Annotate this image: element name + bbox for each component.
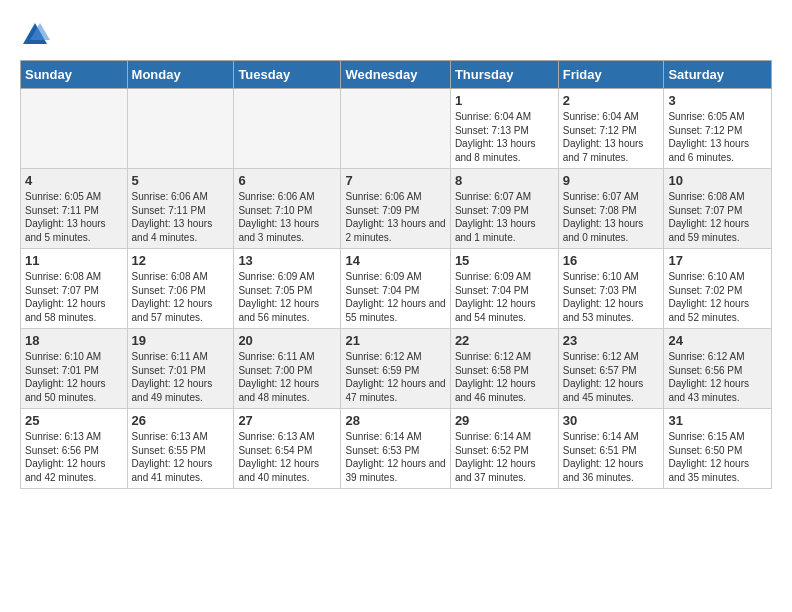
day-number: 22 xyxy=(455,333,554,348)
calendar-day-cell: 3Sunrise: 6:05 AM Sunset: 7:12 PM Daylig… xyxy=(664,89,772,169)
day-info: Sunrise: 6:08 AM Sunset: 7:07 PM Dayligh… xyxy=(25,270,123,324)
calendar-week-row: 1Sunrise: 6:04 AM Sunset: 7:13 PM Daylig… xyxy=(21,89,772,169)
day-info: Sunrise: 6:10 AM Sunset: 7:03 PM Dayligh… xyxy=(563,270,660,324)
day-number: 31 xyxy=(668,413,767,428)
day-number: 16 xyxy=(563,253,660,268)
weekday-header-row: SundayMondayTuesdayWednesdayThursdayFrid… xyxy=(21,61,772,89)
day-number: 9 xyxy=(563,173,660,188)
calendar-day-cell: 24Sunrise: 6:12 AM Sunset: 6:56 PM Dayli… xyxy=(664,329,772,409)
day-number: 7 xyxy=(345,173,445,188)
calendar-day-cell: 9Sunrise: 6:07 AM Sunset: 7:08 PM Daylig… xyxy=(558,169,664,249)
day-info: Sunrise: 6:14 AM Sunset: 6:52 PM Dayligh… xyxy=(455,430,554,484)
day-info: Sunrise: 6:09 AM Sunset: 7:05 PM Dayligh… xyxy=(238,270,336,324)
calendar-day-cell: 23Sunrise: 6:12 AM Sunset: 6:57 PM Dayli… xyxy=(558,329,664,409)
day-number: 8 xyxy=(455,173,554,188)
calendar-day-cell: 25Sunrise: 6:13 AM Sunset: 6:56 PM Dayli… xyxy=(21,409,128,489)
day-number: 13 xyxy=(238,253,336,268)
calendar-table: SundayMondayTuesdayWednesdayThursdayFrid… xyxy=(20,60,772,489)
day-number: 27 xyxy=(238,413,336,428)
day-number: 26 xyxy=(132,413,230,428)
day-number: 29 xyxy=(455,413,554,428)
day-info: Sunrise: 6:13 AM Sunset: 6:54 PM Dayligh… xyxy=(238,430,336,484)
day-number: 25 xyxy=(25,413,123,428)
calendar-week-row: 11Sunrise: 6:08 AM Sunset: 7:07 PM Dayli… xyxy=(21,249,772,329)
calendar-day-cell: 18Sunrise: 6:10 AM Sunset: 7:01 PM Dayli… xyxy=(21,329,128,409)
day-number: 12 xyxy=(132,253,230,268)
day-info: Sunrise: 6:08 AM Sunset: 7:07 PM Dayligh… xyxy=(668,190,767,244)
day-number: 11 xyxy=(25,253,123,268)
weekday-header-sunday: Sunday xyxy=(21,61,128,89)
day-info: Sunrise: 6:10 AM Sunset: 7:01 PM Dayligh… xyxy=(25,350,123,404)
day-number: 1 xyxy=(455,93,554,108)
calendar-day-cell: 15Sunrise: 6:09 AM Sunset: 7:04 PM Dayli… xyxy=(450,249,558,329)
day-number: 23 xyxy=(563,333,660,348)
day-number: 5 xyxy=(132,173,230,188)
logo-icon xyxy=(20,20,50,50)
day-number: 10 xyxy=(668,173,767,188)
day-info: Sunrise: 6:06 AM Sunset: 7:11 PM Dayligh… xyxy=(132,190,230,244)
day-info: Sunrise: 6:06 AM Sunset: 7:10 PM Dayligh… xyxy=(238,190,336,244)
calendar-day-cell: 7Sunrise: 6:06 AM Sunset: 7:09 PM Daylig… xyxy=(341,169,450,249)
calendar-week-row: 25Sunrise: 6:13 AM Sunset: 6:56 PM Dayli… xyxy=(21,409,772,489)
day-info: Sunrise: 6:12 AM Sunset: 6:59 PM Dayligh… xyxy=(345,350,445,404)
calendar-week-row: 18Sunrise: 6:10 AM Sunset: 7:01 PM Dayli… xyxy=(21,329,772,409)
weekday-header-saturday: Saturday xyxy=(664,61,772,89)
day-number: 3 xyxy=(668,93,767,108)
day-info: Sunrise: 6:11 AM Sunset: 7:01 PM Dayligh… xyxy=(132,350,230,404)
day-info: Sunrise: 6:10 AM Sunset: 7:02 PM Dayligh… xyxy=(668,270,767,324)
calendar-day-cell xyxy=(127,89,234,169)
calendar-day-cell: 16Sunrise: 6:10 AM Sunset: 7:03 PM Dayli… xyxy=(558,249,664,329)
calendar-week-row: 4Sunrise: 6:05 AM Sunset: 7:11 PM Daylig… xyxy=(21,169,772,249)
calendar-day-cell: 12Sunrise: 6:08 AM Sunset: 7:06 PM Dayli… xyxy=(127,249,234,329)
calendar-day-cell: 11Sunrise: 6:08 AM Sunset: 7:07 PM Dayli… xyxy=(21,249,128,329)
weekday-header-tuesday: Tuesday xyxy=(234,61,341,89)
weekday-header-thursday: Thursday xyxy=(450,61,558,89)
day-info: Sunrise: 6:05 AM Sunset: 7:11 PM Dayligh… xyxy=(25,190,123,244)
day-number: 30 xyxy=(563,413,660,428)
day-info: Sunrise: 6:06 AM Sunset: 7:09 PM Dayligh… xyxy=(345,190,445,244)
day-number: 20 xyxy=(238,333,336,348)
day-number: 28 xyxy=(345,413,445,428)
calendar-day-cell: 17Sunrise: 6:10 AM Sunset: 7:02 PM Dayli… xyxy=(664,249,772,329)
day-info: Sunrise: 6:08 AM Sunset: 7:06 PM Dayligh… xyxy=(132,270,230,324)
calendar-day-cell: 10Sunrise: 6:08 AM Sunset: 7:07 PM Dayli… xyxy=(664,169,772,249)
calendar-day-cell xyxy=(341,89,450,169)
day-info: Sunrise: 6:05 AM Sunset: 7:12 PM Dayligh… xyxy=(668,110,767,164)
calendar-day-cell: 22Sunrise: 6:12 AM Sunset: 6:58 PM Dayli… xyxy=(450,329,558,409)
day-info: Sunrise: 6:12 AM Sunset: 6:56 PM Dayligh… xyxy=(668,350,767,404)
calendar-day-cell: 19Sunrise: 6:11 AM Sunset: 7:01 PM Dayli… xyxy=(127,329,234,409)
day-info: Sunrise: 6:15 AM Sunset: 6:50 PM Dayligh… xyxy=(668,430,767,484)
day-number: 14 xyxy=(345,253,445,268)
calendar-day-cell: 1Sunrise: 6:04 AM Sunset: 7:13 PM Daylig… xyxy=(450,89,558,169)
calendar-day-cell: 6Sunrise: 6:06 AM Sunset: 7:10 PM Daylig… xyxy=(234,169,341,249)
page-header xyxy=(20,20,772,50)
calendar-day-cell: 14Sunrise: 6:09 AM Sunset: 7:04 PM Dayli… xyxy=(341,249,450,329)
weekday-header-wednesday: Wednesday xyxy=(341,61,450,89)
day-info: Sunrise: 6:04 AM Sunset: 7:12 PM Dayligh… xyxy=(563,110,660,164)
calendar-day-cell: 28Sunrise: 6:14 AM Sunset: 6:53 PM Dayli… xyxy=(341,409,450,489)
calendar-day-cell: 2Sunrise: 6:04 AM Sunset: 7:12 PM Daylig… xyxy=(558,89,664,169)
day-number: 17 xyxy=(668,253,767,268)
day-info: Sunrise: 6:09 AM Sunset: 7:04 PM Dayligh… xyxy=(455,270,554,324)
logo xyxy=(20,20,54,50)
day-number: 21 xyxy=(345,333,445,348)
day-number: 4 xyxy=(25,173,123,188)
calendar-day-cell xyxy=(234,89,341,169)
day-info: Sunrise: 6:07 AM Sunset: 7:08 PM Dayligh… xyxy=(563,190,660,244)
calendar-day-cell: 29Sunrise: 6:14 AM Sunset: 6:52 PM Dayli… xyxy=(450,409,558,489)
calendar-day-cell: 26Sunrise: 6:13 AM Sunset: 6:55 PM Dayli… xyxy=(127,409,234,489)
calendar-day-cell xyxy=(21,89,128,169)
weekday-header-friday: Friday xyxy=(558,61,664,89)
calendar-day-cell: 5Sunrise: 6:06 AM Sunset: 7:11 PM Daylig… xyxy=(127,169,234,249)
day-info: Sunrise: 6:09 AM Sunset: 7:04 PM Dayligh… xyxy=(345,270,445,324)
calendar-day-cell: 27Sunrise: 6:13 AM Sunset: 6:54 PM Dayli… xyxy=(234,409,341,489)
day-info: Sunrise: 6:14 AM Sunset: 6:53 PM Dayligh… xyxy=(345,430,445,484)
day-number: 19 xyxy=(132,333,230,348)
calendar-day-cell: 21Sunrise: 6:12 AM Sunset: 6:59 PM Dayli… xyxy=(341,329,450,409)
day-number: 24 xyxy=(668,333,767,348)
day-info: Sunrise: 6:13 AM Sunset: 6:56 PM Dayligh… xyxy=(25,430,123,484)
calendar-day-cell: 13Sunrise: 6:09 AM Sunset: 7:05 PM Dayli… xyxy=(234,249,341,329)
day-info: Sunrise: 6:12 AM Sunset: 6:58 PM Dayligh… xyxy=(455,350,554,404)
weekday-header-monday: Monday xyxy=(127,61,234,89)
calendar-day-cell: 30Sunrise: 6:14 AM Sunset: 6:51 PM Dayli… xyxy=(558,409,664,489)
